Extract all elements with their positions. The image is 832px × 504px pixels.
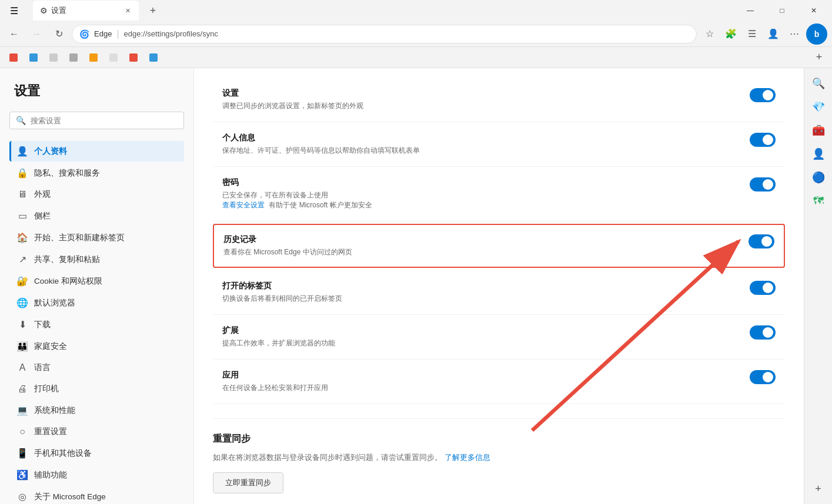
printer-icon: 🖨 [16, 384, 28, 394]
edge-logo-icon: 🌀 [79, 29, 89, 39]
sync-item-apps: 应用 在任何设备上轻松安装和打开应用 [213, 359, 785, 404]
sync-toggle-apps[interactable] [750, 370, 776, 384]
bookmark-item[interactable] [145, 51, 162, 64]
extensions-icon[interactable]: 🧩 [721, 25, 740, 43]
bookmark-item[interactable] [25, 51, 42, 64]
tab[interactable]: ⚙ 设置 ✕ [33, 1, 139, 21]
sidebar-item-label: 辅助功能 [34, 470, 67, 481]
sidebar-item-system[interactable]: 💻 系统和性能 [9, 400, 184, 421]
sync-item-title: 设置 [222, 88, 740, 99]
learn-more-link[interactable]: 了解更多信息 [445, 453, 490, 462]
sync-item-history: 历史记录 查看你在 Microsoft Edge 中访问过的网页 [213, 224, 785, 268]
sidebar-item-language[interactable]: A 语言 [9, 358, 184, 378]
bookmark-item[interactable] [125, 51, 142, 64]
add-bookmark-button[interactable]: + [811, 49, 827, 66]
sidebar-item-privacy[interactable]: 🔒 隐私、搜索和服务 [9, 163, 184, 183]
sync-toggle-personal[interactable] [750, 133, 776, 147]
download-icon: ⬇ [16, 319, 28, 330]
sync-item-personal: 个人信息 保存地址、许可证、护照号码等信息以帮助你自动填写联机表单 [213, 122, 785, 167]
sidebar-item-newtab[interactable]: 🏠 开始、主页和新建标签页 [9, 227, 184, 248]
address-brand-text: Edge [94, 29, 112, 38]
sidebar-item-about[interactable]: ◎ 关于 Microsoft Edge [9, 486, 184, 504]
reset-desc-text: 如果在将浏览器数据与登录设备同步时遇到问题，请尝试重置同步。 [213, 453, 442, 462]
sidebar-item-label: 系统和性能 [34, 405, 75, 416]
sidebar-item-share[interactable]: ↗ 共享、复制和粘贴 [9, 249, 184, 270]
minimize-button[interactable]: — [737, 1, 764, 20]
search-input[interactable] [31, 116, 178, 125]
right-add-icon[interactable]: + [808, 478, 829, 499]
sync-item-extensions: 扩展 提高工作效率，并扩展浏览器的功能 [213, 315, 785, 359]
sidebar-item-label: 语言 [34, 362, 51, 373]
right-tools-icon[interactable]: 🧰 [808, 120, 829, 141]
sync-item-desc: 在任何设备上轻松安装和打开应用 [222, 383, 740, 393]
maximize-button[interactable]: □ [768, 1, 796, 20]
forward-button[interactable]: → [27, 25, 46, 43]
sync-toggle-password[interactable] [750, 177, 776, 191]
sync-item-desc: 提高工作效率，并扩展浏览器的功能 [222, 338, 740, 348]
search-icon: 🔍 [16, 116, 26, 125]
bookmark-item[interactable] [85, 51, 102, 64]
close-tab-btn[interactable]: ✕ [124, 6, 132, 16]
sidebar-title: 设置 [9, 82, 184, 100]
refresh-button[interactable]: ↻ [49, 25, 68, 43]
reset-section: 重置同步 如果在将浏览器数据与登录设备同步时遇到问题，请尝试重置同步。 了解更多… [213, 418, 785, 493]
content-panel: 设置 调整已同步的浏览器设置，如新标签页的外观 个人信息 保存地址、许可证、护照… [194, 68, 804, 504]
bookmark-item[interactable] [65, 51, 82, 64]
reset-icon: ○ [16, 426, 28, 437]
right-map-icon[interactable]: 🗺 [808, 190, 829, 211]
sidebar-item-label: 隐私、搜索和服务 [34, 168, 100, 179]
sidebar-item-printer[interactable]: 🖨 打印机 [9, 379, 184, 399]
browser-menu-icon[interactable]: ☰ [5, 1, 24, 20]
close-button[interactable]: ✕ [800, 1, 827, 20]
security-settings-link[interactable]: 查看安全设置 [222, 201, 265, 209]
tab-title: 设置 [51, 5, 121, 16]
bing-button[interactable]: b [806, 23, 827, 45]
bookmark-item[interactable] [105, 51, 122, 64]
new-tab-button[interactable]: + [143, 1, 162, 20]
back-button[interactable]: ← [5, 25, 24, 43]
accessibility-icon: ♿ [16, 469, 28, 481]
display-icon: 🖥 [16, 189, 28, 200]
sync-item-info: 打开的标签页 切换设备后将看到相同的已开启标签页 [222, 281, 740, 304]
sidebar-item-mobile[interactable]: 📱 手机和其他设备 [9, 443, 184, 463]
right-search-icon[interactable]: 🔍 [808, 73, 829, 94]
settings-more-icon[interactable]: ⋯ [785, 25, 804, 43]
right-edge-icon[interactable]: 🔵 [808, 167, 829, 188]
sidebar-item-sidebar[interactable]: ▭ 侧栏 [9, 206, 184, 226]
system-icon: 💻 [16, 405, 28, 416]
reset-sync-button[interactable]: 立即重置同步 [213, 472, 283, 493]
sidebar-item-download[interactable]: ⬇ 下载 [9, 314, 184, 335]
sidebar-item-appearance[interactable]: 🖥 外观 [9, 184, 184, 204]
sidebar-item-accessibility[interactable]: ♿ 辅助功能 [9, 465, 184, 485]
sync-toggle-history[interactable] [749, 234, 774, 248]
sidebar-item-family[interactable]: 👪 家庭安全 [9, 336, 184, 357]
main-content: 设置 🔍 👤 个人资料 🔒 隐私、搜索和服务 🖥 外观 ▭ 侧栏 [0, 68, 832, 504]
sidebar-item-default-browser[interactable]: 🌐 默认浏览器 [9, 293, 184, 313]
favorites-icon[interactable]: ☆ [700, 25, 719, 43]
language-icon: A [16, 362, 28, 373]
right-gem-icon[interactable]: 💎 [808, 96, 829, 117]
sync-item-title: 个人信息 [222, 133, 740, 143]
profile-nav-icon: 👤 [16, 146, 28, 157]
sync-toggle-settings[interactable] [750, 88, 776, 102]
sidebar-nav-icon: ▭ [16, 210, 28, 221]
right-profile-icon[interactable]: 👤 [808, 143, 829, 164]
collections-icon[interactable]: ☰ [743, 25, 761, 43]
search-box[interactable]: 🔍 [9, 112, 184, 129]
sync-toggle-tabs[interactable] [750, 281, 776, 295]
sidebar-item-label: Cookie 和网站权限 [34, 276, 102, 287]
sidebar-item-cookies[interactable]: 🔐 Cookie 和网站权限 [9, 271, 184, 291]
sidebar-item-reset[interactable]: ○ 重置设置 [9, 422, 184, 442]
family-icon: 👪 [16, 341, 28, 352]
bookmark-item[interactable] [45, 51, 62, 64]
profile-icon[interactable]: 👤 [764, 25, 783, 43]
bookmark-item[interactable] [5, 51, 22, 64]
password-desc-text: 已安全保存，可在所有设备上使用 [222, 191, 328, 199]
sync-item-info: 历史记录 查看你在 Microsoft Edge 中访问过的网页 [223, 234, 739, 257]
sync-item-settings: 设置 调整已同步的浏览器设置，如新标签页的外观 [213, 78, 785, 122]
share-icon: ↗ [16, 254, 28, 265]
address-bar[interactable]: 🌀 Edge | edge://settings/profiles/sync [72, 25, 697, 43]
sync-toggle-extensions[interactable] [750, 325, 776, 340]
sidebar-item-profile[interactable]: 👤 个人资料 [9, 141, 184, 162]
sync-item-info: 个人信息 保存地址、许可证、护照号码等信息以帮助你自动填写联机表单 [222, 133, 740, 156]
